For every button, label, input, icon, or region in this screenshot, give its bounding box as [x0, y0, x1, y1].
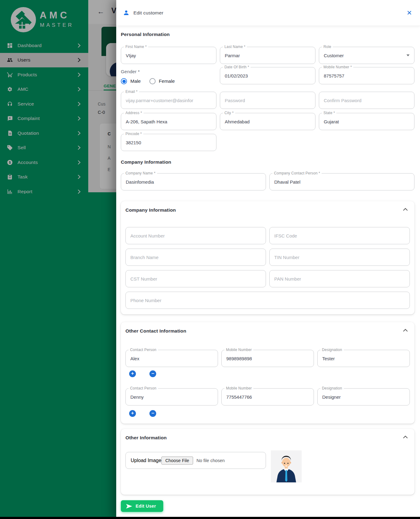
- state-field[interactable]: State * Gujarat: [319, 113, 414, 130]
- bottom-black-bar: [0, 517, 420, 519]
- collapse-chevron-icon[interactable]: [403, 208, 408, 211]
- remove-contact-button[interactable]: −: [149, 410, 156, 417]
- person-icon: [123, 10, 129, 16]
- company-name-field[interactable]: Company Name * Dasinfomedia: [121, 173, 266, 190]
- customer-avatar-image: [271, 450, 302, 482]
- company-bank-card: Company Information Account Number IFSC …: [121, 201, 414, 314]
- radio-unchecked-icon[interactable]: [149, 78, 156, 84]
- other-information-card: Other Information Upload Image Choose Fi…: [121, 429, 414, 495]
- modal-backdrop[interactable]: [0, 0, 116, 519]
- last-name-field[interactable]: Last Name * Parmar: [220, 47, 315, 64]
- other-information-heading: Other Information: [125, 435, 410, 441]
- password-field[interactable]: Password: [220, 92, 315, 109]
- add-contact-button[interactable]: +: [129, 410, 136, 417]
- ifsc-code-field[interactable]: IFSC Code: [269, 227, 410, 244]
- close-icon[interactable]: ✕: [406, 10, 412, 16]
- add-contact-button[interactable]: +: [129, 370, 136, 377]
- file-chosen-status: No file chosen: [196, 458, 225, 463]
- address-field[interactable]: Address * A-206, Sapath Hexa: [121, 113, 216, 130]
- phone-number-field[interactable]: Phone Number: [125, 292, 410, 309]
- personal-info-heading: Personal Information: [121, 32, 414, 37]
- contact-person-field[interactable]: Contact Person Denny: [125, 388, 218, 405]
- collapse-chevron-icon[interactable]: [403, 329, 408, 332]
- gender-label: Gender *: [121, 69, 216, 74]
- contact-designation-field[interactable]: Designation Designer: [317, 388, 410, 405]
- drawer-title: Edit customer: [133, 10, 163, 16]
- confirm-password-field[interactable]: Confirm Password: [319, 92, 414, 109]
- city-field[interactable]: City * Ahmedabad: [220, 113, 315, 130]
- dob-field[interactable]: Date Of Birth * 01/02/2023: [220, 67, 315, 84]
- contact-mobile-field[interactable]: Mobile Number 9898989898: [221, 350, 314, 367]
- bank-card-heading: Company Information: [125, 207, 410, 213]
- mobile-number-field[interactable]: Mobile Number * 87575757: [319, 67, 414, 84]
- contact-designation-field[interactable]: Designation Tester: [317, 350, 410, 367]
- edit-customer-drawer: Edit customer ✕ Personal Information Fir…: [116, 0, 420, 519]
- pincode-field[interactable]: Pincode * 382150: [121, 134, 216, 151]
- send-icon: [126, 504, 132, 509]
- dropdown-caret-icon: [406, 54, 410, 56]
- other-contacts-heading: Other Contact Information: [125, 328, 410, 334]
- account-number-field[interactable]: Account Number: [125, 227, 266, 244]
- pan-number-field[interactable]: PAN Number: [269, 270, 410, 287]
- drawer-body: Personal Information First Name * VIjay …: [116, 32, 420, 512]
- contact-person-field[interactable]: Contact Person Alex: [125, 350, 218, 367]
- role-select[interactable]: Role Customer: [319, 47, 414, 64]
- choose-file-button[interactable]: Choose File: [161, 457, 193, 465]
- cst-number-field[interactable]: CST Number: [125, 270, 266, 287]
- first-name-field[interactable]: First Name * VIjay: [121, 47, 216, 64]
- other-contacts-card: Other Contact Information Contact Person…: [121, 322, 414, 424]
- contact-mobile-field[interactable]: Mobile Number 7755447766: [221, 388, 314, 405]
- remove-contact-button[interactable]: −: [149, 370, 156, 377]
- gender-radio-male[interactable]: Male: [121, 78, 141, 84]
- gender-radio-female[interactable]: Female: [149, 78, 175, 84]
- tin-number-field[interactable]: TIN Number: [269, 249, 410, 266]
- collapse-chevron-icon[interactable]: [403, 436, 408, 438]
- branch-name-field[interactable]: Branch Name: [125, 249, 266, 266]
- gender-group: Gender * Male Female: [121, 67, 216, 84]
- edit-user-button[interactable]: Edit User: [121, 500, 163, 512]
- company-contact-person-field[interactable]: Company Contact Person * Dhaval Patel: [269, 173, 414, 190]
- radio-checked-icon[interactable]: [121, 78, 127, 84]
- upload-image-field[interactable]: Upload Image Choose File No file chosen: [125, 452, 266, 469]
- email-field[interactable]: Email * vijay.parmar+customer@dasinfor: [121, 92, 216, 109]
- company-info-heading: Company Information: [121, 159, 414, 165]
- drawer-header: Edit customer ✕: [116, 0, 420, 26]
